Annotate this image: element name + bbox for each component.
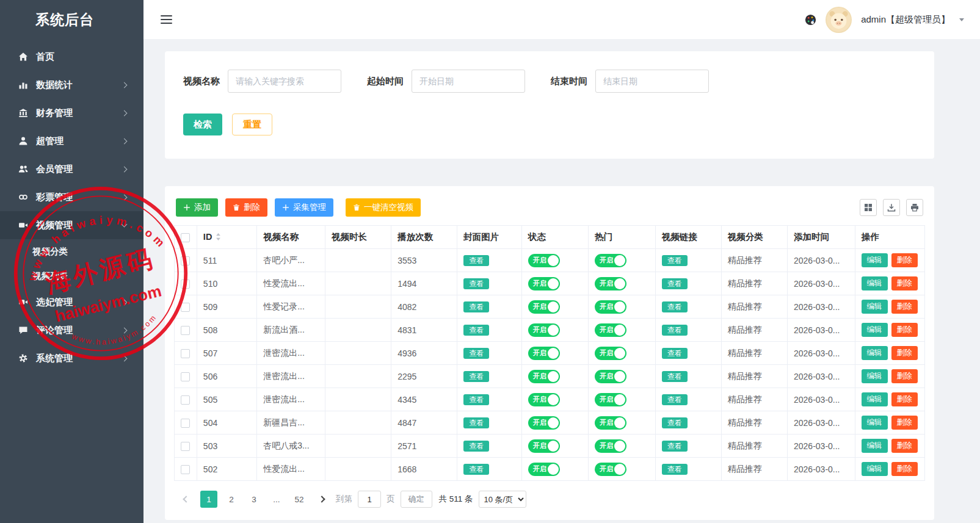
print-button[interactable] — [906, 199, 923, 216]
status-toggle[interactable]: 开启 — [528, 347, 560, 360]
status-toggle[interactable]: 开启 — [528, 254, 560, 267]
view-cover-button[interactable]: 查看 — [463, 348, 489, 359]
edit-button[interactable]: 编辑 — [862, 416, 888, 430]
goto-page-input[interactable] — [358, 491, 381, 508]
status-toggle[interactable]: 开启 — [528, 463, 560, 476]
column-header-id[interactable]: ID — [197, 226, 256, 249]
prev-page-button[interactable] — [178, 491, 195, 508]
row-checkbox[interactable] — [181, 280, 190, 289]
hot-toggle[interactable]: 开启 — [595, 370, 626, 383]
view-cover-button[interactable]: 查看 — [463, 301, 489, 312]
end-date-input[interactable] — [595, 70, 709, 93]
delete-button[interactable]: 删除 — [891, 462, 918, 476]
hot-toggle[interactable]: 开启 — [595, 439, 626, 453]
sidebar-item-xuanfei[interactable]: 选妃管理 — [0, 288, 143, 316]
row-checkbox[interactable] — [181, 465, 190, 474]
view-link-button[interactable]: 查看 — [662, 441, 688, 452]
sort-icon[interactable] — [216, 233, 221, 242]
row-checkbox[interactable] — [181, 303, 190, 312]
export-button[interactable] — [883, 199, 900, 216]
sidebar-item-stats[interactable]: 数据统计 — [0, 71, 143, 99]
hamburger-menu-icon[interactable] — [161, 13, 172, 26]
start-date-input[interactable] — [412, 70, 525, 93]
row-checkbox[interactable] — [181, 256, 190, 265]
view-link-button[interactable]: 查看 — [662, 394, 688, 405]
hot-toggle[interactable]: 开启 — [595, 393, 626, 406]
hot-toggle[interactable]: 开启 — [595, 254, 626, 267]
collect-manage-button[interactable]: 采集管理 — [275, 198, 333, 217]
sidebar-item-superadmin[interactable]: 超管理 — [0, 127, 143, 155]
hot-toggle[interactable]: 开启 — [595, 323, 626, 337]
view-cover-button[interactable]: 查看 — [463, 464, 489, 475]
view-link-button[interactable]: 查看 — [662, 278, 688, 289]
page-button-3[interactable]: 3 — [245, 491, 263, 508]
view-cover-button[interactable]: 查看 — [463, 394, 489, 405]
view-link-button[interactable]: 查看 — [662, 348, 688, 359]
edit-button[interactable]: 编辑 — [862, 276, 888, 290]
view-link-button[interactable]: 查看 — [662, 417, 688, 428]
sidebar-item-system[interactable]: 系统管理 — [0, 344, 143, 372]
edit-button[interactable]: 编辑 — [862, 462, 888, 476]
page-button-2[interactable]: 2 — [223, 491, 240, 508]
add-button[interactable]: 添加 — [176, 198, 218, 217]
delete-button[interactable]: 删除 — [891, 253, 918, 267]
view-cover-button[interactable]: 查看 — [463, 325, 489, 336]
row-checkbox[interactable] — [181, 372, 190, 381]
status-toggle[interactable]: 开启 — [528, 300, 560, 314]
status-toggle[interactable]: 开启 — [528, 370, 560, 383]
reset-button[interactable]: 重置 — [232, 114, 272, 135]
status-toggle[interactable]: 开启 — [528, 416, 560, 430]
per-page-select[interactable]: 10 条/页 — [479, 491, 526, 508]
status-toggle[interactable]: 开启 — [528, 439, 560, 453]
sidebar-item-finance[interactable]: 财务管理 — [0, 99, 143, 127]
sidebar-item-home[interactable]: 首页 — [0, 43, 143, 71]
status-toggle[interactable]: 开启 — [528, 277, 560, 290]
delete-button[interactable]: 删除 — [891, 416, 918, 430]
video-name-input[interactable] — [228, 70, 341, 93]
sidebar-subitem-video-list[interactable]: 视频列表 — [0, 264, 143, 288]
edit-button[interactable]: 编辑 — [862, 253, 888, 267]
edit-button[interactable]: 编辑 — [862, 300, 888, 314]
delete-button[interactable]: 删除 — [891, 276, 918, 290]
view-cover-button[interactable]: 查看 — [463, 441, 489, 452]
row-checkbox[interactable] — [181, 419, 190, 428]
delete-button[interactable]: 删除 — [891, 346, 918, 360]
sidebar-item-lottery[interactable]: 彩票管理 — [0, 183, 143, 211]
hot-toggle[interactable]: 开启 — [595, 416, 626, 430]
view-cover-button[interactable]: 查看 — [463, 278, 489, 289]
username-label[interactable]: admin【超级管理员】 — [861, 14, 950, 26]
hot-toggle[interactable]: 开启 — [595, 277, 626, 290]
edit-button[interactable]: 编辑 — [862, 369, 888, 383]
filter-columns-button[interactable] — [860, 199, 877, 216]
view-cover-button[interactable]: 查看 — [463, 417, 489, 428]
edit-button[interactable]: 编辑 — [862, 392, 888, 406]
select-all-checkbox[interactable] — [181, 233, 190, 242]
goto-confirm-button[interactable]: 确定 — [401, 491, 432, 508]
page-button-52[interactable]: 52 — [291, 491, 308, 508]
caret-down-icon[interactable] — [959, 18, 964, 21]
delete-button[interactable]: 删除 — [891, 369, 918, 383]
view-link-button[interactable]: 查看 — [662, 371, 688, 382]
delete-button[interactable]: 删除 — [891, 439, 918, 453]
row-checkbox[interactable] — [181, 349, 190, 358]
clear-all-videos-button[interactable]: 一键清空视频 — [346, 198, 421, 217]
delete-button[interactable]: 删除 — [891, 392, 918, 406]
hot-toggle[interactable]: 开启 — [595, 347, 626, 360]
hot-toggle[interactable]: 开启 — [595, 300, 626, 314]
row-checkbox[interactable] — [181, 442, 190, 451]
theme-palette-icon[interactable] — [805, 14, 816, 26]
sidebar-item-comments[interactable]: 评论管理 — [0, 316, 143, 344]
row-checkbox[interactable] — [181, 395, 190, 405]
sidebar-subitem-video-category[interactable]: 视频分类 — [0, 239, 143, 264]
delete-button[interactable]: 删除 — [891, 323, 918, 337]
status-toggle[interactable]: 开启 — [528, 393, 560, 406]
view-link-button[interactable]: 查看 — [662, 464, 688, 475]
view-link-button[interactable]: 查看 — [662, 301, 688, 312]
view-cover-button[interactable]: 查看 — [463, 371, 489, 382]
sidebar-item-video[interactable]: 视频管理 — [0, 211, 143, 239]
hot-toggle[interactable]: 开启 — [595, 463, 626, 476]
search-button[interactable]: 检索 — [183, 114, 222, 135]
view-link-button[interactable]: 查看 — [662, 325, 688, 336]
row-checkbox[interactable] — [181, 326, 190, 335]
batch-delete-button[interactable]: 删除 — [225, 198, 267, 217]
